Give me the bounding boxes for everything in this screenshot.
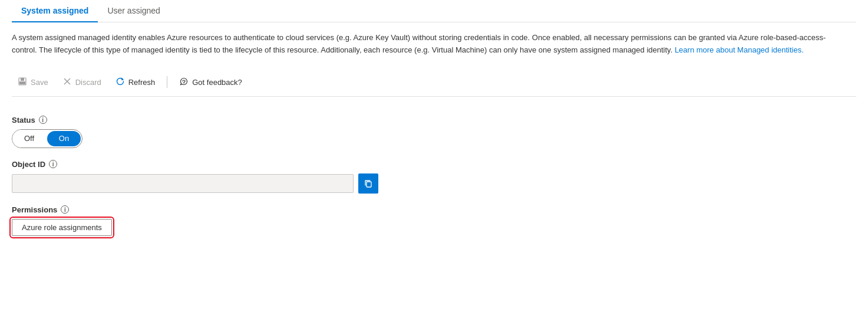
status-toggle[interactable]: Off On <box>12 129 82 148</box>
feedback-button[interactable]: Got feedback? <box>173 73 248 91</box>
refresh-button[interactable]: Refresh <box>110 73 161 91</box>
status-info-icon[interactable]: i <box>39 116 47 124</box>
toolbar: Save Discard Refresh <box>12 68 856 97</box>
svg-point-5 <box>184 83 184 84</box>
svg-rect-1 <box>21 78 24 81</box>
content-area: Status i Off On Object ID i <box>12 111 856 253</box>
tab-user-assigned[interactable]: User assigned <box>98 0 170 22</box>
tabs-bar: System assigned User assigned <box>12 0 856 22</box>
save-button[interactable]: Save <box>12 73 54 91</box>
permissions-field-group: Permissions i Azure role assignments <box>12 205 856 236</box>
azure-role-assignments-button[interactable]: Azure role assignments <box>12 219 112 236</box>
save-icon <box>18 77 27 88</box>
refresh-icon <box>115 77 125 88</box>
description-text: A system assigned managed identity enabl… <box>12 32 837 57</box>
object-id-info-icon[interactable]: i <box>49 160 57 168</box>
main-container: System assigned User assigned A system a… <box>0 0 868 321</box>
status-label: Status i <box>12 116 856 125</box>
toggle-off-option[interactable]: Off <box>12 130 46 148</box>
permissions-label: Permissions i <box>12 205 856 214</box>
copy-icon <box>364 179 373 188</box>
feedback-icon <box>179 77 189 88</box>
tab-system-assigned[interactable]: System assigned <box>12 0 98 22</box>
toggle-on-option[interactable]: On <box>47 131 81 146</box>
object-id-label: Object ID i <box>12 160 856 169</box>
permissions-info-icon[interactable]: i <box>61 205 69 214</box>
copy-object-id-button[interactable] <box>358 173 378 194</box>
svg-rect-2 <box>19 81 25 84</box>
discard-icon <box>62 77 72 88</box>
object-id-field-group: Object ID i <box>12 160 856 194</box>
toolbar-divider <box>167 76 167 88</box>
discard-button[interactable]: Discard <box>57 73 107 91</box>
object-id-input[interactable] <box>12 174 354 193</box>
status-field-group: Status i Off On <box>12 116 856 148</box>
learn-more-link[interactable]: Learn more about Managed identities. <box>675 45 804 54</box>
object-id-row <box>12 173 856 194</box>
svg-rect-6 <box>367 182 371 187</box>
